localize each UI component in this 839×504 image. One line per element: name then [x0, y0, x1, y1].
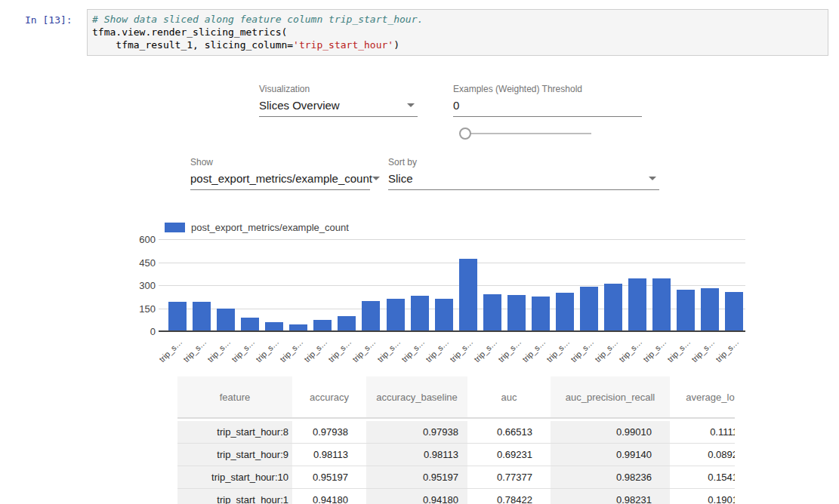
code-token-comment: # Show data sliced along feature column … [92, 14, 423, 25]
notebook-page: In [13]: # Show data sliced along featur… [0, 0, 839, 504]
sort-by-dropdown[interactable]: Slice [388, 172, 659, 190]
metric-cell: 0.94180 [292, 489, 366, 504]
visualization-dropdown[interactable]: Slices Overview [259, 99, 418, 117]
bar[interactable] [580, 287, 598, 330]
metric-cell: 0.1111 [670, 419, 735, 444]
metric-cell: 0.1541 [670, 466, 735, 489]
y-axis-tick-label: 300 [121, 280, 156, 291]
bar[interactable] [604, 284, 622, 330]
chevron-down-icon [407, 103, 415, 107]
bar[interactable] [652, 278, 671, 330]
y-axis-tick-label: 150 [121, 303, 156, 315]
metric-cell: 0.97938 [366, 419, 467, 444]
column-header-auc: auc [467, 376, 551, 419]
threshold-label: Examples (Weighted) Threshold [453, 84, 642, 94]
code-token-plain: tfma.view.render_slicing_metrics( [92, 26, 287, 38]
sort-by-label: Sort by [388, 157, 659, 167]
show-metric-dropdown[interactable]: post_export_metrics/example_count [190, 172, 370, 190]
feature-cell: trip_start_hour:1 [177, 489, 292, 504]
bar[interactable] [289, 324, 307, 330]
code-line: tfma.view.render_slicing_metrics( [92, 26, 823, 38]
feature-cell: trip_start_hour:10 [177, 466, 292, 489]
table-row: trip_start_hour:100.951970.951970.773770… [177, 466, 735, 489]
threshold-value: 0 [453, 99, 459, 112]
code-line: # Show data sliced along feature column … [92, 13, 823, 26]
visualization-label: Visualization [259, 84, 418, 94]
bar[interactable] [435, 299, 453, 330]
metric-cell: 0.97938 [292, 419, 366, 444]
bar[interactable] [532, 297, 550, 330]
chevron-down-icon [649, 177, 656, 180]
code-cell[interactable]: # Show data sliced along feature column … [87, 9, 828, 56]
metric-cell: 0.0892 [670, 444, 735, 466]
legend-label: post_export_metrics/example_count [191, 222, 349, 233]
metric-cell: 0.78422 [467, 489, 551, 504]
metric-cell: 0.95197 [292, 466, 366, 489]
metric-cell: 0.95197 [366, 466, 467, 489]
bar[interactable] [556, 293, 574, 330]
metric-cell: 0.99140 [551, 444, 670, 466]
chart-legend: post_export_metrics/example_count [165, 222, 349, 233]
table-body: trip_start_hour:80.979380.979380.665130.… [177, 419, 735, 504]
y-axis-tick-label: 0 [121, 326, 156, 337]
y-gridline [159, 239, 745, 240]
bar[interactable] [265, 322, 283, 330]
metrics-table-container: featureaccuracyaccuracy_baselineaucauc_p… [177, 376, 735, 504]
threshold-slider-track[interactable] [465, 133, 591, 134]
bar[interactable] [338, 316, 356, 330]
metric-cell: 0.66513 [467, 419, 551, 444]
y-axis-tick-label: 600 [121, 234, 156, 245]
feature-cell: trip_start_hour:8 [177, 419, 292, 444]
bar[interactable] [701, 288, 719, 330]
code-token-plain: tfma_result_1, slicing_column= [92, 39, 293, 51]
bar[interactable] [459, 259, 477, 330]
visualization-value: Slices Overview [259, 99, 340, 112]
column-header-auc_precision_recall: auc_precision_recall [551, 376, 670, 419]
cell-prompt: In [13]: [25, 14, 72, 26]
metric-cell: 0.94180 [366, 489, 467, 504]
feature-cell: trip_start_hour:9 [177, 444, 292, 466]
table-header-row: featureaccuracyaccuracy_baselineaucauc_p… [177, 376, 735, 419]
legend-swatch [165, 223, 185, 232]
bar[interactable] [411, 296, 429, 330]
metric-cell: 0.77377 [467, 466, 551, 489]
column-header-feature: feature [177, 376, 292, 419]
metric-cell: 0.99010 [551, 419, 670, 444]
threshold-slider-knob[interactable] [459, 128, 471, 140]
column-header-accuracy_baseline: accuracy_baseline [366, 376, 467, 419]
bar[interactable] [168, 302, 187, 330]
sort-by-value: Slice [388, 172, 413, 185]
bar[interactable] [313, 320, 332, 330]
y-axis-tick-label: 450 [121, 257, 156, 269]
y-gridline [159, 263, 745, 263]
bar[interactable] [677, 290, 695, 330]
code-token-plain: ) [393, 39, 399, 51]
metric-cell: 0.69231 [467, 444, 551, 466]
metric-cell: 0.98231 [551, 489, 670, 504]
metrics-table: featureaccuracyaccuracy_baselineaucauc_p… [177, 376, 735, 504]
bar[interactable] [362, 301, 380, 330]
code-token-string: 'trip_start_hour' [293, 39, 393, 51]
table-row: trip_start_hour:90.981130.981130.692310.… [177, 444, 735, 466]
x-axis-baseline [159, 330, 745, 332]
bar[interactable] [217, 309, 235, 330]
column-header-average_loss: average_loss [670, 376, 735, 419]
metric-cell: 0.98113 [292, 444, 366, 466]
show-label: Show [190, 157, 370, 167]
bar[interactable] [241, 318, 259, 330]
metric-cell: 0.1901 [670, 489, 735, 504]
bar[interactable] [507, 295, 526, 330]
bar[interactable] [725, 292, 743, 330]
bar[interactable] [387, 299, 405, 330]
bar[interactable] [193, 302, 211, 330]
show-metric-value: post_export_metrics/example_count [190, 172, 372, 185]
column-header-accuracy: accuracy [292, 376, 366, 419]
code-line: tfma_result_1, slicing_column='trip_star… [92, 38, 823, 51]
table-head: featureaccuracyaccuracy_baselineaucauc_p… [177, 376, 735, 419]
table-row: trip_start_hour:80.979380.979380.665130.… [177, 419, 735, 444]
threshold-input[interactable]: 0 [453, 99, 642, 117]
bar[interactable] [628, 278, 646, 330]
bar[interactable] [483, 294, 501, 330]
chevron-down-icon [372, 177, 380, 180]
metric-cell: 0.98113 [366, 444, 467, 466]
